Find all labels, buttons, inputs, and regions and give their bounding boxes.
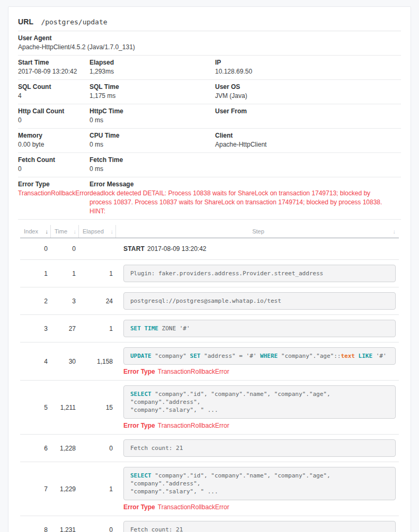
column-header-index[interactable]: Index ↓ [20, 225, 51, 238]
step-table: Index ↓ Time ↓ Elapsed ↓ Step ↓ 0 0 STAR… [20, 225, 399, 532]
memory-value: 0.00 byte [18, 140, 84, 149]
step-index: 8 [20, 526, 51, 532]
elapsed-label: Elapsed [90, 58, 210, 67]
step-time: 0 [51, 245, 79, 253]
sql-time-label: SQL Time [90, 83, 210, 92]
detail-row-fetch: Fetch Count 0 Fetch Time 0 ms [18, 153, 401, 177]
step-index: 1 [20, 270, 51, 277]
ip-label: IP [215, 58, 396, 67]
step-time: 27 [51, 325, 79, 332]
transaction-detail-card: URL /postgres/update User Agent Apache-H… [8, 6, 411, 532]
sort-arrow-index-icon[interactable]: ↓ [46, 228, 49, 235]
user-os-value: JVM (Java) [215, 92, 396, 101]
detail-row-http: Http Call Count 0 HttpC Time 0 ms User F… [18, 104, 401, 129]
column-header-time[interactable]: Time ↓ [51, 225, 79, 238]
fetch-count-value: 0 [18, 165, 84, 174]
step-row: 1 1 1 Plugin: faker.providers.address.Pr… [20, 260, 399, 287]
step-index: 4 [20, 358, 51, 365]
cpu-time-label: CPU Time [90, 131, 210, 140]
cpu-time-value: 0 ms [90, 140, 210, 149]
step-elapsed: 1 [79, 270, 116, 277]
step-table-header: Index ↓ Time ↓ Elapsed ↓ Step ↓ [20, 225, 399, 238]
client-value: Apache-HttpClient [215, 140, 396, 149]
user-from-value [215, 116, 396, 125]
step-row: 5 1,211 15 SELECT "company"."id", "compa… [20, 381, 399, 435]
user-from-label: User From [215, 107, 396, 116]
error-message-label: Error Message [90, 180, 396, 189]
step-elapsed: 0 [79, 526, 116, 532]
sort-arrow-step-icon[interactable]: ↓ [393, 228, 396, 235]
detail-row-memory: Memory 0.00 byte CPU Time 0 ms Client Ap… [18, 129, 401, 153]
step-row: 7 1,229 1 SELECT "company"."id", "compan… [20, 462, 399, 516]
step-index: 0 [20, 245, 51, 253]
step-elapsed: 0 [79, 445, 116, 452]
step-row: 0 0 START2017-08-09 13:20:42 [20, 238, 399, 260]
step-index: 3 [20, 325, 51, 332]
elapsed-value: 1,293ms [90, 67, 210, 76]
step-error: Error TypeTransactionRollbackError [123, 422, 396, 429]
fetch-time-value: 0 ms [90, 165, 210, 174]
step-elapsed: 15 [79, 404, 116, 411]
sort-arrow-time-icon[interactable]: ↓ [74, 228, 77, 235]
httpc-time-label: HttpC Time [90, 107, 210, 116]
sql-step-box: SELECT "company"."id", "company"."name",… [123, 385, 396, 419]
step-box: Fetch count: 21 [123, 521, 396, 532]
step-box: Fetch count: 21 [123, 439, 396, 457]
step-time: 30 [51, 358, 79, 365]
step-index: 6 [20, 445, 51, 452]
detail-row-sql: SQL Count 4 SQL Time 1,175 ms User OS JV… [18, 80, 401, 104]
step-error: Error TypeTransactionRollbackError [123, 503, 396, 511]
user-os-label: User OS [215, 83, 396, 92]
step-time: 1,229 [51, 485, 79, 493]
detail-row-error: Error Type TransactionRollbackError Erro… [18, 177, 401, 220]
sort-arrow-elapsed-icon[interactable]: ↓ [111, 228, 114, 235]
step-error: Error TypeTransactionRollbackError [123, 368, 396, 375]
detail-row-user-agent: User Agent Apache-HttpClient/4.5.2 (Java… [18, 31, 401, 56]
user-agent-label: User Agent [18, 34, 396, 43]
sql-step-box: SET TIME ZONE '#' [123, 320, 396, 337]
step-row: 2 3 24 postgresql://postgres@sample.what… [20, 287, 399, 315]
start-time-label: Start Time [18, 58, 84, 67]
ip-value: 10.128.69.50 [215, 67, 396, 76]
error-type-value: TransactionRollbackError [18, 189, 84, 198]
memory-label: Memory [18, 131, 84, 140]
column-header-step[interactable]: Step ↓ [116, 225, 399, 238]
sql-step-box: UPDATE "company" SET "address" = '#' WHE… [123, 347, 396, 365]
step-elapsed: 1 [79, 325, 116, 332]
fetch-time-label: Fetch Time [90, 156, 210, 165]
error-message-value: deadlock detected DETAIL: Process 10838 … [90, 189, 386, 216]
step-index: 7 [20, 485, 51, 493]
client-label: Client [215, 131, 396, 140]
step-elapsed: 1 [79, 485, 116, 493]
step-row: 6 1,228 0 Fetch count: 21 [20, 435, 399, 462]
step-time: 1,211 [51, 404, 79, 411]
step-time: 3 [51, 297, 79, 305]
step-time: 1,228 [51, 445, 79, 452]
start-time-value: 2017-08-09 13:20:42 [18, 67, 84, 76]
step-row: 8 1,231 0 Fetch count: 21 [20, 516, 399, 532]
http-call-count-value: 0 [18, 116, 84, 125]
step-index: 2 [20, 297, 51, 305]
step-box: postgresql://postgres@sample.whatap.io/t… [123, 292, 396, 310]
sql-time-value: 1,175 ms [90, 92, 210, 101]
httpc-time-value: 0 ms [90, 116, 210, 125]
url-value: /postgres/update [41, 18, 107, 26]
detail-row-times: Start Time 2017-08-09 13:20:42 Elapsed 1… [18, 56, 401, 80]
step-box: Plugin: faker.providers.address.Provider… [123, 265, 396, 282]
start-marker: START2017-08-09 13:20:42 [123, 243, 396, 255]
step-time: 1 [51, 270, 79, 277]
error-type-label: Error Type [18, 180, 84, 189]
step-elapsed: 24 [79, 297, 116, 305]
sql-count-value: 4 [18, 92, 84, 101]
step-index: 5 [20, 404, 51, 411]
step-time: 1,231 [51, 526, 79, 532]
column-header-elapsed[interactable]: Elapsed ↓ [79, 225, 116, 238]
sql-count-label: SQL Count [18, 83, 84, 92]
url-header: URL /postgres/update [18, 13, 401, 31]
sql-step-box: SELECT "company"."id", "company"."name",… [123, 467, 396, 500]
step-row: 4 30 1,158 UPDATE "company" SET "address… [20, 342, 399, 381]
user-agent-value: Apache-HttpClient/4.5.2 (Java/1.7.0_131) [18, 43, 396, 52]
http-call-count-label: Http Call Count [18, 107, 84, 116]
step-elapsed: 1,158 [79, 358, 116, 365]
url-label: URL [18, 17, 33, 26]
